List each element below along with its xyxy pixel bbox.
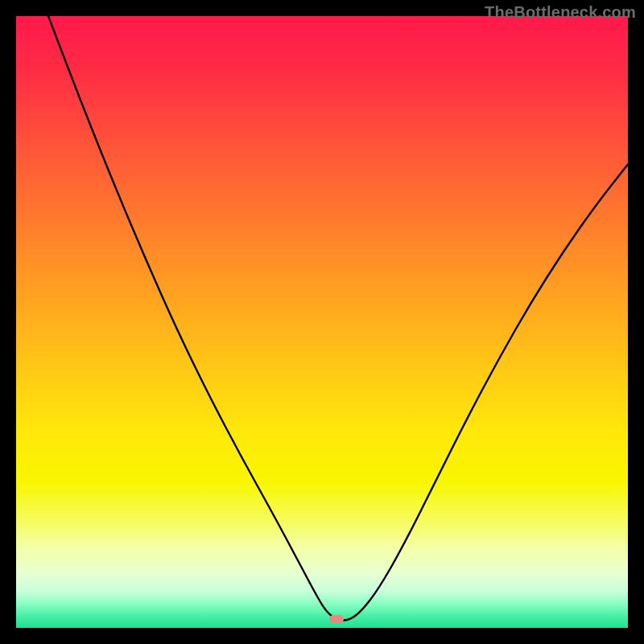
plot-area xyxy=(16,16,628,628)
watermark-text: TheBottleneck.com xyxy=(485,3,636,22)
curve-layer xyxy=(16,16,628,628)
bottleneck-curve xyxy=(48,16,628,621)
chart-stage: TheBottleneck.com xyxy=(0,0,644,644)
optimal-point-marker xyxy=(329,615,344,623)
